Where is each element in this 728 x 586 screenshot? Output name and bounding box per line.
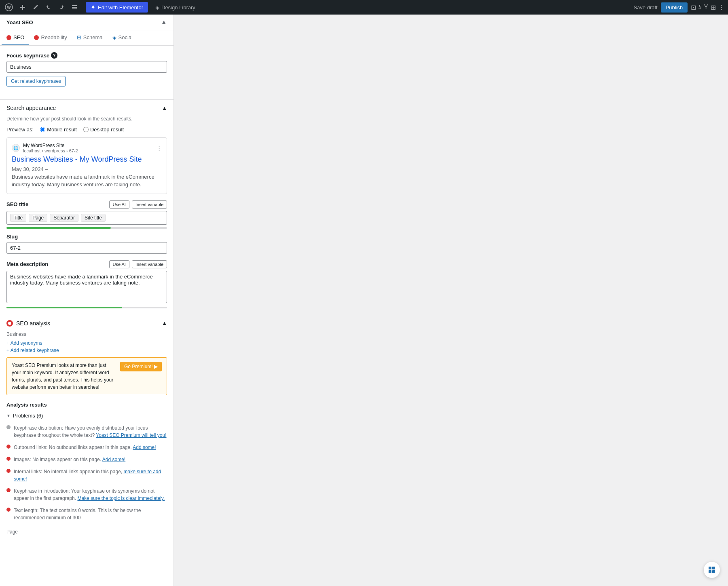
meta-description-use-ai-button[interactable]: Use AI	[109, 260, 129, 268]
yoast-title: Yoast SEO	[6, 19, 33, 25]
problem-item-4: Keyphrase in introduction: Your keyphras…	[6, 485, 167, 504]
slug-input[interactable]	[6, 242, 167, 254]
content-area	[174, 15, 728, 586]
publish-button[interactable]: Publish	[661, 2, 688, 13]
preview-icon[interactable]: ⊡	[691, 4, 696, 11]
edit-button[interactable]	[31, 2, 40, 12]
search-appearance-desc: Determine how your post should look in t…	[6, 116, 167, 122]
svg-rect-3	[20, 7, 25, 8]
go-premium-button[interactable]: Go Premium! ▶	[120, 362, 162, 371]
problem-text-1: Outbound links: No outbound links appear…	[14, 444, 156, 451]
add-new-button[interactable]	[18, 2, 28, 12]
search-preview-card: 🌐 My WordPress Site localhost › wordpres…	[6, 137, 167, 194]
problem-text-0: Keyphrase distribution: Have you evenly …	[14, 424, 167, 439]
help-icon[interactable]: ?	[51, 52, 57, 59]
problems-section: ▼ Problems (6) Keyphrase distribution: H…	[0, 409, 174, 524]
meta-description-insert-variable-button[interactable]: Insert variable	[132, 260, 167, 268]
preview-dots-icon[interactable]: ⋮	[157, 145, 162, 151]
tab-readability[interactable]: Readability	[29, 30, 72, 45]
columns-icon[interactable]: ⊞	[711, 4, 716, 11]
analysis-keyphrase: Business	[0, 331, 174, 337]
redo-button[interactable]	[57, 2, 66, 12]
preview-as-row: Preview as: Mobile result Desktop result	[6, 126, 167, 133]
svg-rect-4	[72, 5, 77, 6]
add-synonyms-link[interactable]: + Add synonyms	[0, 339, 174, 347]
meta-description-header: Meta description Use AI Insert variable	[6, 260, 167, 268]
preview-site-row: 🌐 My WordPress Site localhost › wordpres…	[12, 143, 162, 153]
wp-logo[interactable]: W	[3, 2, 15, 13]
search-appearance-title: Search appearance	[6, 105, 56, 111]
tab-social[interactable]: ◈ Social	[108, 30, 138, 45]
search-appearance-header[interactable]: Search appearance ▲	[0, 100, 174, 116]
elementor-icon: ✦	[91, 4, 95, 11]
problem-link-4[interactable]: Make sure the topic is clear immediately…	[77, 495, 165, 501]
preview-as-label: Preview as:	[6, 126, 34, 133]
toolbar-right: Save draft Publish ⊡ S Y ⊞ ⋮	[633, 2, 725, 13]
seo-analysis-header[interactable]: SEO analysis ▲	[0, 315, 174, 331]
problem-text-4: Keyphrase in introduction: Your keyphras…	[14, 487, 167, 502]
yoast-icon[interactable]: Y	[704, 4, 708, 11]
token-title[interactable]: Title	[10, 214, 26, 222]
yoast-collapse-button[interactable]: ▲	[161, 19, 167, 26]
get-related-keyphrases-button[interactable]: Get related keyphrases	[6, 76, 66, 86]
design-library-button[interactable]: ◈ Design Library	[151, 2, 199, 13]
site-favicon: 🌐	[12, 144, 20, 152]
svg-rect-6	[72, 8, 77, 9]
schema-tab-icon: ⊞	[77, 34, 81, 40]
svg-rect-5	[72, 7, 77, 8]
seo-title-insert-variable-button[interactable]: Insert variable	[132, 200, 167, 209]
bottom-right-icon[interactable]	[704, 562, 720, 578]
tab-schema[interactable]: ⊞ Schema	[72, 30, 108, 45]
problem-link-2[interactable]: Add some!	[102, 457, 125, 462]
schema-tab-label: Schema	[83, 34, 103, 40]
problem-dot-3	[6, 469, 11, 473]
seo-title-progress-bar	[6, 227, 167, 229]
problem-dot-2	[6, 457, 11, 461]
preview-title[interactable]: Business Websites - My WordPress Site	[12, 155, 162, 164]
seo-title-use-ai-button[interactable]: Use AI	[109, 200, 129, 209]
edit-elementor-label: Edit with Elementor	[98, 4, 143, 11]
analysis-results-label: Analysis results	[0, 398, 174, 409]
readability-tab-icon	[34, 35, 39, 40]
token-site-title[interactable]: Site title	[81, 214, 106, 222]
svg-text:W: W	[7, 5, 11, 10]
meta-description-section: Meta description Use AI Insert variable …	[6, 260, 167, 308]
problem-item-3: Internal links: No internal links appear…	[6, 466, 167, 485]
svg-rect-10	[712, 570, 715, 573]
toolbar-icon-group: ⊡ S Y ⊞ ⋮	[691, 4, 725, 11]
undo-button[interactable]	[44, 2, 53, 12]
problems-title: Problems (6)	[13, 413, 43, 419]
seo-analysis-title: SEO analysis	[16, 320, 50, 327]
list-button[interactable]	[70, 2, 79, 12]
main-wrapper: Yoast SEO ▲ SEO Readability ⊞ Schema ◈ S…	[0, 15, 728, 586]
yoast-tabs: SEO Readability ⊞ Schema ◈ Social	[0, 30, 174, 46]
desktop-result-option[interactable]: Desktop result	[83, 126, 124, 133]
preview-site-name: My WordPress Site	[23, 143, 78, 148]
focus-keyphrase-label: Focus keyphrase ?	[6, 52, 167, 59]
seo-tab-label: SEO	[13, 34, 24, 40]
preview-site-info: 🌐 My WordPress Site localhost › wordpres…	[12, 143, 78, 153]
add-related-keyphrase-link[interactable]: + Add related keyphrase	[0, 347, 174, 354]
save-draft-button[interactable]: Save draft	[633, 4, 657, 11]
focus-keyphrase-input[interactable]	[6, 61, 167, 73]
svg-rect-9	[709, 570, 711, 573]
problem-text-5: Text length: The text contains 0 words. …	[14, 507, 167, 521]
strikethrough-icon[interactable]: S	[698, 4, 701, 11]
mobile-result-option[interactable]: Mobile result	[40, 126, 77, 133]
top-toolbar: W ✦ Edit with Elementor ◈ Design Library…	[0, 0, 728, 15]
design-library-label: Design Library	[161, 4, 195, 11]
search-appearance-collapse-icon: ▲	[162, 105, 167, 111]
more-options-icon[interactable]: ⋮	[718, 4, 725, 11]
token-separator[interactable]: Separator	[50, 214, 78, 222]
svg-rect-8	[712, 567, 715, 569]
token-page[interactable]: Page	[29, 214, 47, 222]
seo-title-token-row[interactable]: Title Page Separator Site title	[6, 211, 167, 225]
tab-seo[interactable]: SEO	[2, 30, 29, 45]
problem-link-0[interactable]: Yoast SEO Premium will tell you!	[96, 432, 166, 438]
edit-elementor-button[interactable]: ✦ Edit with Elementor	[86, 2, 148, 13]
desktop-result-label: Desktop result	[90, 126, 124, 133]
meta-description-label: Meta description	[6, 261, 48, 267]
problems-header[interactable]: ▼ Problems (6)	[6, 409, 167, 422]
problem-link-1[interactable]: Add some!	[133, 445, 156, 450]
meta-description-textarea[interactable]: Business websites have made a landmark i…	[6, 271, 167, 303]
